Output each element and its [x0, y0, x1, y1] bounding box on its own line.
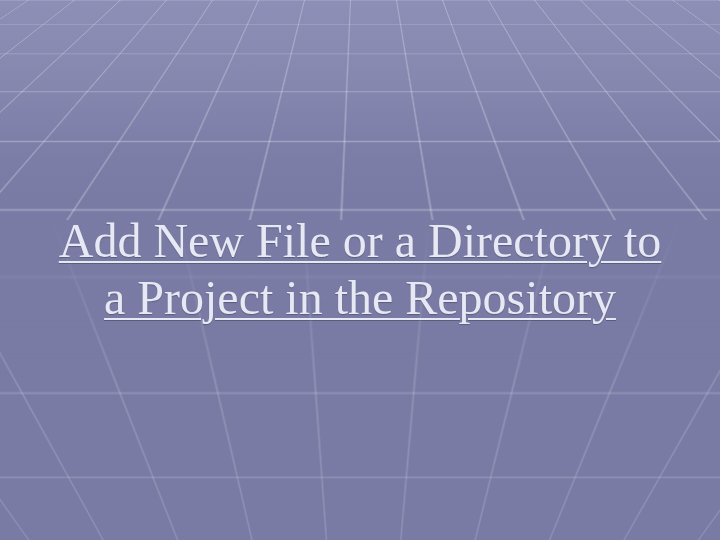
- slide: Add New File or a Directory to a Project…: [0, 0, 720, 540]
- slide-title: Add New File or a Directory to a Project…: [0, 213, 720, 326]
